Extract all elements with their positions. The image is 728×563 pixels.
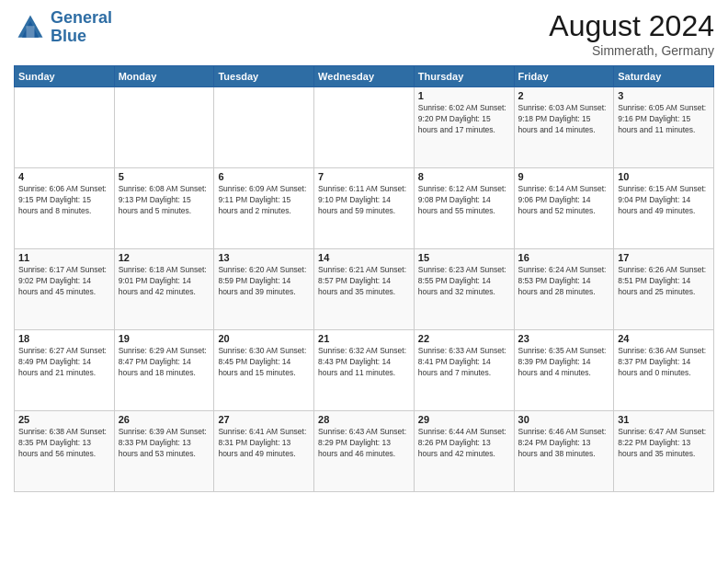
day-info: Sunrise: 6:33 AM Sunset: 8:41 PM Dayligh…	[418, 346, 510, 379]
day-cell: 11Sunrise: 6:17 AM Sunset: 9:02 PM Dayli…	[15, 249, 115, 330]
day-cell: 18Sunrise: 6:27 AM Sunset: 8:49 PM Dayli…	[15, 330, 115, 411]
day-info: Sunrise: 6:47 AM Sunset: 8:22 PM Dayligh…	[618, 427, 710, 460]
day-cell: 2Sunrise: 6:03 AM Sunset: 9:18 PM Daylig…	[514, 87, 614, 168]
day-number: 25	[18, 414, 110, 425]
day-info: Sunrise: 6:38 AM Sunset: 8:35 PM Dayligh…	[18, 427, 110, 460]
day-cell	[15, 87, 115, 168]
day-number: 5	[119, 171, 210, 182]
day-info: Sunrise: 6:24 AM Sunset: 8:53 PM Dayligh…	[518, 265, 610, 298]
week-row-4: 25Sunrise: 6:38 AM Sunset: 8:35 PM Dayli…	[15, 411, 714, 492]
day-cell	[114, 87, 214, 168]
day-number: 10	[618, 171, 710, 182]
day-number: 13	[218, 252, 310, 263]
day-cell: 6Sunrise: 6:09 AM Sunset: 9:11 PM Daylig…	[214, 168, 314, 249]
day-cell: 13Sunrise: 6:20 AM Sunset: 8:59 PM Dayli…	[214, 249, 314, 330]
week-row-2: 11Sunrise: 6:17 AM Sunset: 9:02 PM Dayli…	[15, 249, 714, 330]
logo-icon	[14, 11, 47, 44]
day-number: 17	[618, 252, 710, 263]
day-info: Sunrise: 6:43 AM Sunset: 8:29 PM Dayligh…	[318, 427, 410, 460]
day-info: Sunrise: 6:09 AM Sunset: 9:11 PM Dayligh…	[218, 184, 310, 217]
day-number: 7	[318, 171, 410, 182]
day-cell: 5Sunrise: 6:08 AM Sunset: 9:13 PM Daylig…	[114, 168, 214, 249]
day-cell: 9Sunrise: 6:14 AM Sunset: 9:06 PM Daylig…	[514, 168, 614, 249]
week-row-0: 1Sunrise: 6:02 AM Sunset: 9:20 PM Daylig…	[15, 87, 714, 168]
day-info: Sunrise: 6:39 AM Sunset: 8:33 PM Dayligh…	[119, 427, 210, 460]
day-cell: 30Sunrise: 6:46 AM Sunset: 8:24 PM Dayli…	[514, 411, 614, 492]
day-number: 2	[518, 90, 610, 101]
day-info: Sunrise: 6:30 AM Sunset: 8:45 PM Dayligh…	[218, 346, 310, 379]
day-cell: 15Sunrise: 6:23 AM Sunset: 8:55 PM Dayli…	[414, 249, 514, 330]
logo: General Blue	[14, 9, 112, 46]
day-cell: 27Sunrise: 6:41 AM Sunset: 8:31 PM Dayli…	[214, 411, 314, 492]
day-info: Sunrise: 6:27 AM Sunset: 8:49 PM Dayligh…	[18, 346, 110, 379]
day-info: Sunrise: 6:06 AM Sunset: 9:15 PM Dayligh…	[18, 184, 110, 217]
day-number: 29	[418, 414, 510, 425]
day-number: 12	[119, 252, 210, 263]
day-number: 22	[418, 333, 510, 344]
day-number: 27	[218, 414, 310, 425]
day-cell	[314, 87, 415, 168]
day-number: 16	[518, 252, 610, 263]
day-number: 24	[618, 333, 710, 344]
day-info: Sunrise: 6:29 AM Sunset: 8:47 PM Dayligh…	[119, 346, 210, 379]
day-info: Sunrise: 6:20 AM Sunset: 8:59 PM Dayligh…	[218, 265, 310, 298]
logo-line2: Blue	[51, 27, 86, 45]
day-number: 28	[318, 414, 410, 425]
day-number: 1	[418, 90, 510, 101]
day-info: Sunrise: 6:23 AM Sunset: 8:55 PM Dayligh…	[418, 265, 510, 298]
day-cell	[214, 87, 314, 168]
day-number: 14	[318, 252, 410, 263]
header-row: Sunday Monday Tuesday Wednesday Thursday…	[15, 66, 714, 87]
day-cell: 1Sunrise: 6:02 AM Sunset: 9:20 PM Daylig…	[414, 87, 514, 168]
day-number: 26	[119, 414, 210, 425]
col-tuesday: Tuesday	[214, 66, 314, 87]
day-info: Sunrise: 6:41 AM Sunset: 8:31 PM Dayligh…	[218, 427, 310, 460]
title-section: August 2024 Simmerath, Germany	[549, 9, 714, 58]
day-cell: 29Sunrise: 6:44 AM Sunset: 8:26 PM Dayli…	[414, 411, 514, 492]
logo-line1: General	[51, 8, 112, 27]
col-thursday: Thursday	[414, 66, 514, 87]
day-cell: 26Sunrise: 6:39 AM Sunset: 8:33 PM Dayli…	[114, 411, 214, 492]
day-cell: 22Sunrise: 6:33 AM Sunset: 8:41 PM Dayli…	[414, 330, 514, 411]
day-cell: 24Sunrise: 6:36 AM Sunset: 8:37 PM Dayli…	[614, 330, 714, 411]
day-info: Sunrise: 6:14 AM Sunset: 9:06 PM Dayligh…	[518, 184, 610, 217]
day-number: 20	[218, 333, 310, 344]
day-cell: 16Sunrise: 6:24 AM Sunset: 8:53 PM Dayli…	[514, 249, 614, 330]
day-cell: 25Sunrise: 6:38 AM Sunset: 8:35 PM Dayli…	[15, 411, 115, 492]
day-number: 31	[618, 414, 710, 425]
day-cell: 17Sunrise: 6:26 AM Sunset: 8:51 PM Dayli…	[614, 249, 714, 330]
page: General Blue August 2024 Simmerath, Germ…	[0, 0, 728, 563]
col-wednesday: Wednesday	[314, 66, 415, 87]
day-info: Sunrise: 6:32 AM Sunset: 8:43 PM Dayligh…	[318, 346, 410, 379]
day-number: 4	[18, 171, 110, 182]
day-number: 18	[18, 333, 110, 344]
header: General Blue August 2024 Simmerath, Germ…	[14, 9, 714, 58]
day-info: Sunrise: 6:46 AM Sunset: 8:24 PM Dayligh…	[518, 427, 610, 460]
day-number: 3	[618, 90, 710, 101]
col-friday: Friday	[514, 66, 614, 87]
day-number: 19	[119, 333, 210, 344]
day-info: Sunrise: 6:02 AM Sunset: 9:20 PM Dayligh…	[418, 103, 510, 136]
day-info: Sunrise: 6:15 AM Sunset: 9:04 PM Dayligh…	[618, 184, 710, 217]
day-info: Sunrise: 6:17 AM Sunset: 9:02 PM Dayligh…	[18, 265, 110, 298]
day-cell: 20Sunrise: 6:30 AM Sunset: 8:45 PM Dayli…	[214, 330, 314, 411]
day-cell: 12Sunrise: 6:18 AM Sunset: 9:01 PM Dayli…	[114, 249, 214, 330]
logo-text: General Blue	[51, 9, 112, 46]
day-cell: 21Sunrise: 6:32 AM Sunset: 8:43 PM Dayli…	[314, 330, 415, 411]
day-info: Sunrise: 6:18 AM Sunset: 9:01 PM Dayligh…	[119, 265, 210, 298]
day-number: 23	[518, 333, 610, 344]
day-cell: 31Sunrise: 6:47 AM Sunset: 8:22 PM Dayli…	[614, 411, 714, 492]
day-cell: 3Sunrise: 6:05 AM Sunset: 9:16 PM Daylig…	[614, 87, 714, 168]
day-info: Sunrise: 6:11 AM Sunset: 9:10 PM Dayligh…	[318, 184, 410, 217]
day-info: Sunrise: 6:08 AM Sunset: 9:13 PM Dayligh…	[119, 184, 210, 217]
svg-rect-2	[27, 26, 35, 38]
day-cell: 14Sunrise: 6:21 AM Sunset: 8:57 PM Dayli…	[314, 249, 415, 330]
day-number: 8	[418, 171, 510, 182]
day-info: Sunrise: 6:21 AM Sunset: 8:57 PM Dayligh…	[318, 265, 410, 298]
day-info: Sunrise: 6:12 AM Sunset: 9:08 PM Dayligh…	[418, 184, 510, 217]
location: Simmerath, Germany	[549, 43, 714, 58]
day-cell: 19Sunrise: 6:29 AM Sunset: 8:47 PM Dayli…	[114, 330, 214, 411]
day-info: Sunrise: 6:05 AM Sunset: 9:16 PM Dayligh…	[618, 103, 710, 136]
calendar-table: Sunday Monday Tuesday Wednesday Thursday…	[14, 65, 714, 492]
day-cell: 28Sunrise: 6:43 AM Sunset: 8:29 PM Dayli…	[314, 411, 415, 492]
